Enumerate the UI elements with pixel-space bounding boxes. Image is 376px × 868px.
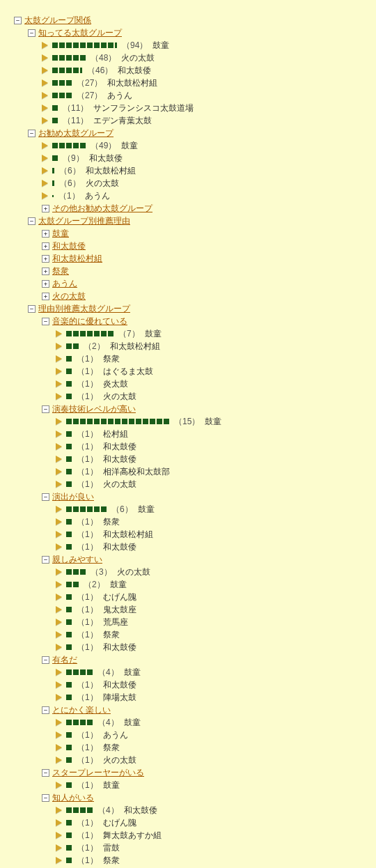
subgroup-label[interactable]: あうん (52, 277, 77, 290)
item-name: 火の太鼓 (103, 390, 136, 403)
item-name: 相洋高校和太鼓部 (103, 465, 170, 478)
section-label[interactable]: 理由別推薦太鼓グループ (38, 302, 130, 315)
expand-icon[interactable]: + (42, 255, 49, 263)
item-name: 鬼太鼓座 (103, 603, 136, 616)
expand-icon[interactable]: + (42, 242, 49, 250)
count-value: （1） (77, 378, 98, 390)
collapse-icon[interactable]: − (42, 706, 49, 714)
subgroup-label[interactable]: 和太鼓松村組 (52, 252, 102, 265)
item-name: 和太鼓倭 (103, 679, 136, 691)
subgroup-label[interactable]: 鼓童 (52, 227, 69, 240)
count-value: （1） (77, 541, 98, 553)
item-name: 和太鼓倭 (124, 804, 157, 816)
expand-icon[interactable]: + (42, 268, 49, 275)
collapse-icon[interactable]: − (28, 29, 36, 37)
tree-root-label[interactable]: 太鼓グループ関係 (24, 14, 91, 26)
section-label[interactable]: お勧め太鼓グループ (38, 127, 113, 139)
expand-icon[interactable]: + (42, 280, 49, 288)
bar-indicator (66, 544, 72, 550)
count-value: （1） (77, 641, 98, 653)
category-label[interactable]: 親しみやすい (52, 553, 102, 566)
bar-indicator (52, 168, 54, 173)
data-row: （94）鼓童 (42, 39, 362, 52)
count-value: （1） (77, 829, 98, 842)
collapse-icon[interactable]: − (42, 318, 49, 325)
bar-indicator (66, 456, 72, 462)
arrow-icon (56, 456, 62, 463)
count-value: （1） (77, 528, 98, 541)
collapse-icon[interactable]: − (42, 493, 49, 501)
bar-indicator (66, 582, 79, 587)
arrow-icon (56, 681, 62, 688)
collapse-icon[interactable]: − (28, 217, 36, 225)
data-row: （1）鬼太鼓座 (56, 603, 362, 616)
item-name: 鼓童 (138, 503, 155, 516)
collapse-icon[interactable]: − (28, 130, 36, 137)
item-name: 祭衆 (103, 854, 120, 867)
arrow-icon (56, 819, 62, 826)
count-value: （9） (63, 152, 84, 164)
data-row: （1）舞太鼓あすか組 (56, 829, 362, 842)
category-label[interactable]: 音楽的に優れている (52, 315, 127, 327)
item-name: むげん隗 (103, 816, 136, 829)
collapse-icon[interactable]: − (42, 769, 49, 777)
item-name: 和太鼓松村組 (103, 528, 153, 541)
category-label[interactable]: スタープレーヤーがいる (52, 766, 144, 779)
collapse-icon[interactable]: − (42, 556, 49, 564)
subgroup-label[interactable]: 火の太鼓 (52, 290, 86, 302)
expand-icon[interactable]: + (42, 230, 49, 238)
collapse-icon[interactable]: − (42, 656, 49, 664)
extra-label[interactable]: その他お勧め太鼓グループ (52, 202, 152, 215)
data-row: （6）火の太鼓 (42, 177, 362, 189)
subgroup-label[interactable]: 和太鼓倭 (52, 240, 86, 252)
data-row: （1）火の太鼓 (56, 478, 362, 490)
arrow-icon (56, 518, 62, 525)
data-row: （1）荒馬座 (56, 616, 362, 628)
count-value: （27） (77, 77, 102, 89)
expand-icon[interactable]: + (42, 293, 49, 300)
item-name: 鼓童 (124, 666, 141, 679)
arrow-icon (42, 92, 48, 99)
count-value: （1） (77, 842, 98, 854)
bar-indicator (66, 519, 72, 525)
section-label[interactable]: 太鼓グループ別推薦理由 (38, 215, 130, 227)
item-name: 火の太鼓 (121, 52, 155, 64)
collapse-icon[interactable]: − (42, 794, 49, 802)
item-name: 祭衆 (103, 628, 120, 641)
category-label[interactable]: 有名だ (52, 653, 77, 666)
collapse-icon[interactable]: − (42, 405, 49, 413)
category-label[interactable]: とにかく楽しい (52, 704, 111, 716)
bar-indicator (66, 607, 72, 612)
data-row: （4）和太鼓倭 (56, 804, 362, 816)
category-label[interactable]: 演出が良い (52, 490, 94, 503)
subgroup-label[interactable]: 祭衆 (52, 265, 69, 277)
expand-icon[interactable]: + (42, 205, 49, 212)
collapse-icon[interactable]: − (14, 17, 22, 24)
data-row: （1）和太鼓倭 (56, 440, 362, 453)
category-label[interactable]: 知人がいる (52, 791, 94, 804)
count-value: （1） (77, 616, 98, 628)
arrow-icon (56, 631, 62, 638)
arrow-icon (56, 568, 62, 575)
data-row: （1）祭衆 (56, 741, 362, 754)
count-value: （15） (174, 415, 200, 428)
bar-indicator (52, 118, 58, 123)
data-row: （1）和太鼓倭 (56, 641, 362, 653)
count-value: （3） (91, 566, 112, 578)
arrow-icon (42, 142, 48, 149)
bar-indicator (66, 644, 72, 650)
category-label[interactable]: 演奏技術レベルが高い (52, 403, 136, 415)
arrow-icon (42, 54, 48, 61)
item-name: 和太鼓倭 (103, 541, 136, 553)
section-label[interactable]: 知ってる太鼓グループ (38, 26, 122, 39)
count-value: （1） (77, 390, 98, 403)
count-value: （46） (87, 64, 113, 77)
bar-indicator (52, 80, 72, 86)
data-row: （4）鼓童 (56, 666, 362, 679)
bar-indicator (66, 369, 72, 374)
item-name: 鼓童 (152, 39, 169, 52)
data-row: （11）エデン青葉太鼓 (42, 114, 362, 127)
collapse-icon[interactable]: − (28, 305, 36, 313)
count-value: （6） (111, 503, 133, 516)
bar-indicator (52, 55, 86, 61)
